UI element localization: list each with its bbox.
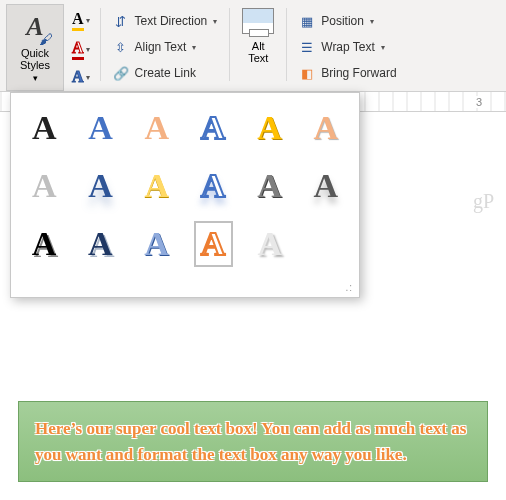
quick-styles-icon: A 🖌 [15, 9, 55, 45]
style-thumbnail[interactable]: A [251, 221, 289, 267]
style-thumbnail[interactable]: A [138, 163, 176, 209]
style-thumbnail[interactable]: A [250, 163, 288, 209]
text-effects-icon: A [72, 68, 84, 86]
bring-forward-icon: ◧ [299, 65, 315, 81]
chevron-down-icon: ▾ [86, 45, 90, 54]
text-layout-group: ⇵ Text Direction ▾ ⇳ Align Text ▾ 🔗 Crea… [107, 4, 224, 91]
chevron-down-icon: ▾ [213, 17, 217, 26]
link-icon: 🔗 [113, 65, 129, 81]
alt-text-icon [242, 8, 274, 34]
text-fill-outline-effects-group: A ▾ A ▾ A ▾ [68, 4, 94, 91]
alt-text-label-2: Text [248, 52, 268, 64]
align-text-icon: ⇳ [113, 39, 129, 55]
gallery-spacer [307, 221, 345, 267]
text-direction-button[interactable]: ⇵ Text Direction ▾ [107, 10, 224, 32]
position-icon: ▦ [299, 13, 315, 29]
chevron-down-icon: ▾ [381, 43, 385, 52]
text-direction-label: Text Direction [135, 14, 208, 28]
style-thumbnail[interactable]: A [307, 163, 345, 209]
gallery-row: AAAAAA [25, 163, 345, 209]
text-direction-icon: ⇵ [113, 13, 129, 29]
ribbon-format-tab: A 🖌 Quick Styles ▾ A ▾ A ▾ A ▾ ⇵ Text Di… [0, 0, 506, 92]
style-thumbnail[interactable]: A [137, 221, 175, 267]
text-effects-button[interactable]: A ▾ [68, 66, 94, 88]
style-thumbnail[interactable]: A [25, 163, 63, 209]
style-thumbnail[interactable]: A [138, 105, 176, 151]
style-thumbnail[interactable]: A [194, 221, 233, 267]
style-thumbnail[interactable]: A [25, 105, 63, 151]
bring-forward-label: Bring Forward [321, 66, 396, 80]
text-fill-button[interactable]: A ▾ [68, 8, 94, 33]
style-thumbnail[interactable]: A [81, 221, 119, 267]
sample-text-box[interactable]: Here’s our super cool text box! You can … [18, 401, 488, 482]
style-thumbnail[interactable]: A [81, 163, 119, 209]
text-outline-icon: A [72, 39, 84, 60]
chevron-down-icon: ▾ [86, 73, 90, 82]
position-button[interactable]: ▦ Position ▾ [293, 10, 402, 32]
brush-icon: 🖌 [39, 31, 53, 47]
align-text-label: Align Text [135, 40, 187, 54]
style-thumbnail[interactable]: A [25, 221, 63, 267]
quick-styles-label: Quick Styles [20, 47, 50, 71]
align-text-button[interactable]: ⇳ Align Text ▾ [107, 36, 224, 58]
wrap-text-label: Wrap Text [321, 40, 375, 54]
create-link-label: Create Link [135, 66, 196, 80]
create-link-button[interactable]: 🔗 Create Link [107, 62, 224, 84]
bring-forward-button[interactable]: ◧ Bring Forward [293, 62, 402, 84]
ruler-mark: 3 [472, 96, 486, 108]
style-thumbnail[interactable]: A [81, 105, 119, 151]
text-fill-icon: A [72, 10, 84, 31]
watermark-text: gP [473, 190, 494, 213]
resize-handle-icon[interactable]: .: [345, 282, 353, 293]
gallery-row: AAAAA [25, 221, 345, 267]
chevron-down-icon: ▾ [33, 73, 38, 83]
style-thumbnail[interactable]: A [194, 163, 232, 209]
wrap-text-button[interactable]: ☰ Wrap Text ▾ [293, 36, 402, 58]
style-thumbnail[interactable]: A [307, 105, 345, 151]
text-box-content: Here’s our super cool text box! You can … [35, 419, 466, 464]
position-label: Position [321, 14, 364, 28]
arrange-group: ▦ Position ▾ ☰ Wrap Text ▾ ◧ Bring Forwa… [293, 4, 402, 91]
gallery-row: AAAAAA [25, 105, 345, 151]
style-thumbnail[interactable]: A [194, 105, 232, 151]
wrap-text-icon: ☰ [299, 39, 315, 55]
text-outline-button[interactable]: A ▾ [68, 37, 94, 62]
alt-text-button[interactable]: Alt Text [236, 4, 280, 91]
chevron-down-icon: ▾ [370, 17, 374, 26]
quick-styles-button[interactable]: A 🖌 Quick Styles ▾ [6, 4, 64, 91]
alt-text-label-1: Alt [252, 40, 265, 52]
style-thumbnail[interactable]: A [250, 105, 288, 151]
quick-styles-gallery: AAAAAAAAAAAAAAAAA.: [10, 92, 360, 298]
chevron-down-icon: ▾ [86, 16, 90, 25]
chevron-down-icon: ▾ [192, 43, 196, 52]
